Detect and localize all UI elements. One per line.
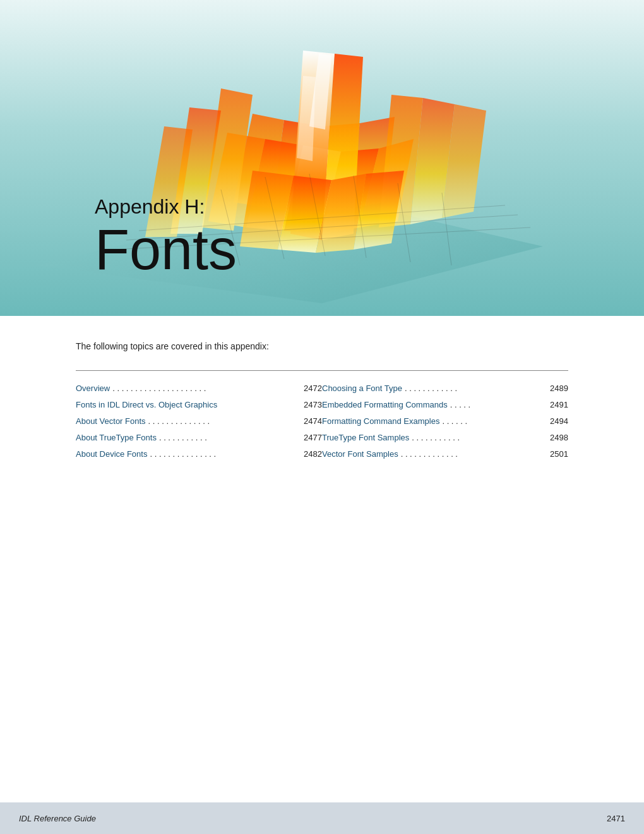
toc-dots: . . . . . . bbox=[442, 416, 547, 426]
toc-page: 2501 bbox=[550, 449, 568, 459]
toc-dots bbox=[220, 400, 301, 409]
toc-item: Vector Font Samples . . . . . . . . . . … bbox=[322, 449, 568, 459]
toc-row-2: Fonts in IDL Direct vs. Object Graphics … bbox=[76, 397, 568, 414]
toc-link-vector-samples[interactable]: Vector Font Samples bbox=[322, 449, 398, 459]
toc-link-overview[interactable]: Overview bbox=[76, 384, 110, 393]
toc-dots: . . . . . . . . . . . . . . . . . . . . … bbox=[112, 384, 301, 393]
toc-item: About Vector Fonts . . . . . . . . . . .… bbox=[76, 416, 322, 426]
toc-table: Overview . . . . . . . . . . . . . . . .… bbox=[76, 381, 568, 463]
toc-link-truetype-fonts[interactable]: About TrueType Fonts bbox=[76, 433, 157, 442]
toc-page: 2473 bbox=[304, 400, 322, 409]
toc-item: Overview . . . . . . . . . . . . . . . .… bbox=[76, 384, 322, 393]
toc-left-col: Overview . . . . . . . . . . . . . . . .… bbox=[76, 381, 322, 397]
toc-dots: . . . . . . . . . . . . bbox=[405, 384, 547, 393]
toc-item: Choosing a Font Type . . . . . . . . . .… bbox=[322, 384, 568, 393]
toc-link-choosing-font[interactable]: Choosing a Font Type bbox=[322, 384, 402, 393]
hero-section: Appendix H: Fonts bbox=[0, 0, 644, 316]
toc-page: 2482 bbox=[304, 449, 322, 459]
toc-row-4: About TrueType Fonts . . . . . . . . . .… bbox=[76, 430, 568, 447]
toc-row-5: About Device Fonts . . . . . . . . . . .… bbox=[76, 447, 568, 463]
toc-item: TrueType Font Samples . . . . . . . . . … bbox=[322, 433, 568, 442]
toc-item: Formatting Command Examples . . . . . . … bbox=[322, 416, 568, 426]
page-footer: IDL Reference Guide 2471 bbox=[0, 802, 644, 834]
toc-dots: . . . . . . . . . . . . . . . bbox=[150, 449, 301, 459]
toc-row-1: Overview . . . . . . . . . . . . . . . .… bbox=[76, 381, 568, 397]
toc-right-col: TrueType Font Samples . . . . . . . . . … bbox=[322, 430, 568, 447]
toc-link-vector-fonts[interactable]: About Vector Fonts bbox=[76, 416, 146, 426]
chapter-title: Fonts bbox=[95, 221, 237, 278]
toc-link-device-fonts[interactable]: About Device Fonts bbox=[76, 449, 147, 459]
toc-page: 2498 bbox=[550, 433, 568, 442]
toc-dots: . . . . . . . . . . . bbox=[159, 433, 301, 442]
toc-page: 2477 bbox=[304, 433, 322, 442]
toc-item: Fonts in IDL Direct vs. Object Graphics … bbox=[76, 400, 322, 409]
toc-link-embedded-formatting[interactable]: Embedded Formatting Commands bbox=[322, 400, 448, 409]
toc-link-formatting-examples[interactable]: Formatting Command Examples bbox=[322, 416, 439, 426]
footer-title: IDL Reference Guide bbox=[19, 814, 96, 823]
toc-page: 2474 bbox=[304, 416, 322, 426]
footer-page-number: 2471 bbox=[607, 814, 625, 823]
toc-item: About Device Fonts . . . . . . . . . . .… bbox=[76, 449, 322, 459]
toc-right-col: Embedded Formatting Commands . . . . . 2… bbox=[322, 397, 568, 414]
toc-left-col: About Vector Fonts . . . . . . . . . . .… bbox=[76, 414, 322, 430]
toc-dots: . . . . . bbox=[450, 400, 547, 409]
toc-right-col: Vector Font Samples . . . . . . . . . . … bbox=[322, 447, 568, 463]
toc-left-col: Fonts in IDL Direct vs. Object Graphics … bbox=[76, 397, 322, 414]
toc-page: 2494 bbox=[550, 416, 568, 426]
toc-page: 2491 bbox=[550, 400, 568, 409]
page-content: The following topics are covered in this… bbox=[0, 316, 644, 526]
toc-divider bbox=[76, 370, 568, 371]
appendix-label: Appendix H: bbox=[95, 195, 237, 219]
toc-row-3: About Vector Fonts . . . . . . . . . . .… bbox=[76, 414, 568, 430]
toc-left-col: About Device Fonts . . . . . . . . . . .… bbox=[76, 447, 322, 463]
hero-text-overlay: Appendix H: Fonts bbox=[95, 195, 237, 278]
toc-page: 2489 bbox=[550, 384, 568, 393]
toc-item: Embedded Formatting Commands . . . . . 2… bbox=[322, 400, 568, 409]
toc-dots: . . . . . . . . . . . bbox=[412, 433, 547, 442]
toc-dots: . . . . . . . . . . . . . bbox=[401, 449, 547, 459]
toc-dots: . . . . . . . . . . . . . . bbox=[148, 416, 302, 426]
toc-right-col: Choosing a Font Type . . . . . . . . . .… bbox=[322, 381, 568, 397]
toc-page: 2472 bbox=[304, 384, 322, 393]
toc-left-col: About TrueType Fonts . . . . . . . . . .… bbox=[76, 430, 322, 447]
toc-link-idl-direct[interactable]: Fonts in IDL Direct vs. Object Graphics bbox=[76, 400, 217, 409]
intro-text: The following topics are covered in this… bbox=[76, 341, 568, 351]
toc-link-truetype-samples[interactable]: TrueType Font Samples bbox=[322, 433, 409, 442]
toc-item: About TrueType Fonts . . . . . . . . . .… bbox=[76, 433, 322, 442]
toc-right-col: Formatting Command Examples . . . . . . … bbox=[322, 414, 568, 430]
